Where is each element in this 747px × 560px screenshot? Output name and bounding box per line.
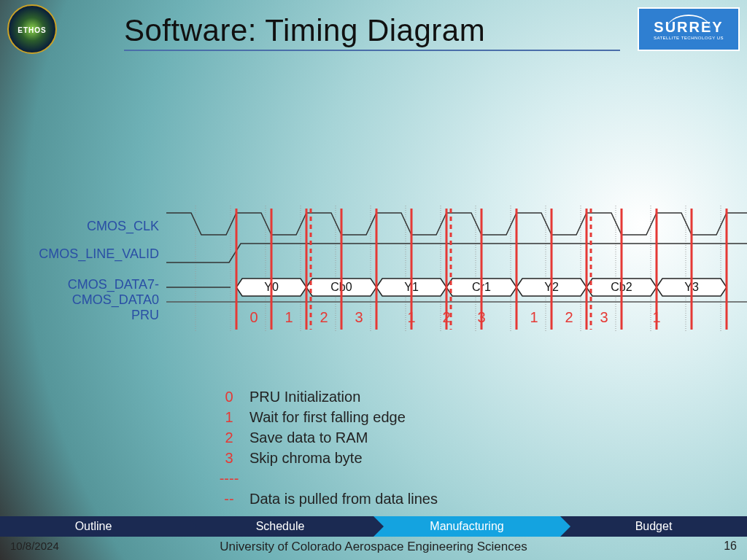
svg-text:3: 3: [477, 309, 485, 325]
legend-key: 0: [219, 386, 239, 407]
timing-diagram: CMOS_CLK CMOS_LINE_VALID CMOS_DATA7-CMOS…: [0, 206, 747, 337]
legend-row: 1Wait for first falling edge: [219, 407, 438, 427]
nav-item-label: Schedule: [256, 520, 305, 532]
svg-text:0: 0: [249, 309, 258, 325]
svg-text:3: 3: [600, 309, 608, 325]
waveform-area: Y0Cb0Y1Cr1Y2Cb2Y301231231231: [166, 206, 747, 337]
nav-item-label: Budget: [635, 520, 673, 532]
nav-item-outline[interactable]: Outline: [0, 516, 187, 537]
footer-center: University of Colorado Aerospace Enginee…: [0, 540, 747, 554]
nav-item-schedule[interactable]: Schedule: [187, 516, 374, 537]
legend-row: 2Save data to RAM: [219, 427, 438, 448]
signal-label-pru: PRU: [131, 308, 159, 323]
legend-row: 0PRU Initialization: [219, 386, 438, 407]
nav-item-label: Outline: [75, 520, 112, 532]
legend-row: 3Skip chroma byte: [219, 448, 438, 468]
svg-text:1: 1: [285, 309, 293, 325]
surrey-logo-text: SURREY: [639, 9, 738, 36]
legend-key: 3: [219, 448, 239, 468]
nav-item-manufacturing[interactable]: Manufacturing: [374, 516, 560, 537]
legend-key: 1: [219, 407, 239, 427]
legend-text: Wait for first falling edge: [249, 409, 406, 425]
legend-text: Data is pulled from data lines: [249, 491, 438, 507]
legend-key: 2: [219, 427, 239, 448]
surrey-logo-subtext: SATELLITE TECHNOLOGY US: [639, 36, 738, 40]
nav-bar: OutlineScheduleManufacturingBudget: [0, 516, 747, 537]
slide: ETHOS SURREY SATELLITE TECHNOLOGY US Sof…: [0, 0, 747, 560]
ethos-logo: ETHOS: [7, 4, 57, 54]
svg-text:2: 2: [320, 309, 328, 325]
signal-label-clk: CMOS_CLK: [87, 219, 159, 234]
svg-text:2: 2: [565, 309, 573, 325]
legend-dash-icon: ------: [219, 468, 239, 509]
svg-text:2: 2: [442, 309, 450, 325]
svg-text:3: 3: [355, 309, 363, 325]
surrey-logo: SURREY SATELLITE TECHNOLOGY US: [638, 7, 740, 51]
signal-label-line: CMOS_LINE_VALID: [39, 246, 159, 262]
nav-item-label: Manufacturing: [430, 520, 503, 532]
svg-text:1: 1: [530, 309, 538, 325]
footer-page: 16: [724, 540, 737, 553]
nav-item-budget[interactable]: Budget: [560, 516, 747, 537]
legend-text: PRU Initialization: [249, 389, 360, 405]
page-title: Software: Timing Diagram: [124, 13, 620, 51]
legend-text: Save data to RAM: [249, 429, 368, 446]
svg-text:1: 1: [652, 309, 660, 325]
waveform-svg: Y0Cb0Y1Cr1Y2Cb2Y301231231231: [166, 206, 747, 337]
svg-text:1: 1: [407, 309, 415, 325]
legend-text: Skip chroma byte: [249, 450, 363, 466]
legend-row: ------Data is pulled from data lines: [219, 468, 438, 509]
legend: 0PRU Initialization 1Wait for first fall…: [219, 386, 438, 509]
signal-label-data: CMOS_DATA7-CMOS_DATA0: [0, 277, 159, 308]
